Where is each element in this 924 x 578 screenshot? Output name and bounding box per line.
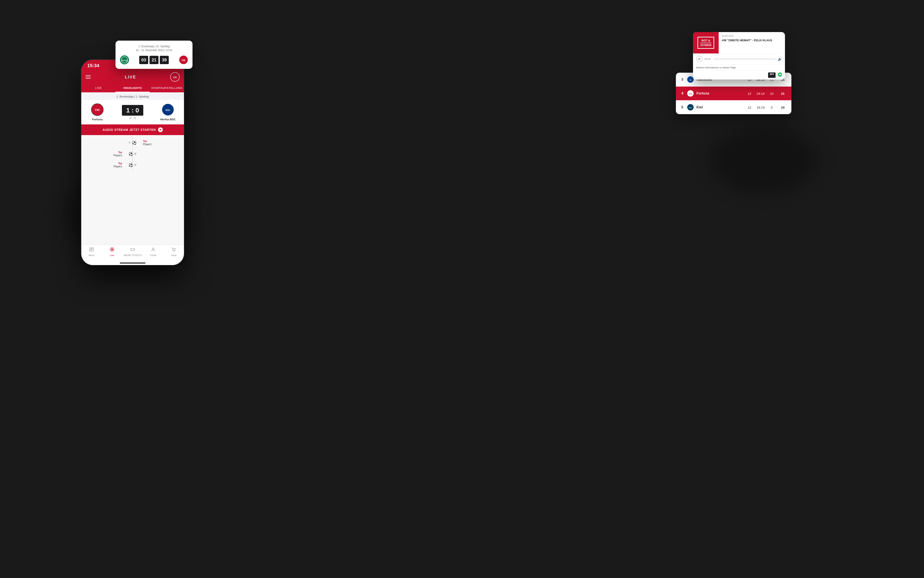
event-minute: 7' <box>129 141 131 144</box>
podcast-info: 25.08.2023 #38 "ZWEITE HEIMAT" - FELIX K… <box>719 32 785 54</box>
away-team-name: Hertha BSC <box>160 118 176 121</box>
news-icon <box>89 247 94 253</box>
standing-pos-3: 3 <box>680 78 685 81</box>
standing-played-kiel: 12 <box>745 106 754 109</box>
podcast-thumb-line2: SCHWEIB <box>700 43 711 46</box>
score-block: 1 : 0 (0 : 0) <box>122 105 143 120</box>
nav-portal[interactable]: Portal <box>143 247 163 257</box>
phone-device: 15:34 <box>81 60 184 265</box>
nav-live[interactable]: Live <box>102 247 122 257</box>
standing-pos-4: 4 <box>680 91 685 95</box>
home-team-name: Fortuna <box>92 118 102 121</box>
hannover-logo: 96 <box>687 76 694 83</box>
nav-news[interactable]: News <box>81 247 102 257</box>
score-ht: (0 : 0) <box>129 117 136 120</box>
countdown-league: 2. Bundesliga | 15. Spieltag <box>120 45 188 48</box>
goal-icon: ⚽ <box>129 163 133 167</box>
spotify-icon <box>778 73 782 78</box>
svg-text:F95: F95 <box>182 59 185 62</box>
standing-pos-5: 5 <box>680 106 685 109</box>
nav-portal-label: Portal <box>150 254 156 257</box>
nav-shop-label: Shop <box>171 254 176 257</box>
podcast-time: 00:00 <box>704 58 711 60</box>
svg-point-16 <box>152 248 154 250</box>
event-minute: 5' <box>135 164 137 167</box>
match-league: 2. Bundesliga | 1. Spieltag <box>81 93 184 100</box>
bottom-nav: News Live MEINE TICKET <box>81 245 184 261</box>
tab-live[interactable]: LIVE <box>81 84 116 93</box>
timeline-event: Tor Player1 ⚽ 5' <box>81 159 184 170</box>
standing-name-fortuna: Fortuna <box>696 91 743 95</box>
standing-diff-fortuna: 10 <box>768 92 776 95</box>
fortuna-logo-header: F95 <box>170 72 180 82</box>
away-team-logo: BSC <box>161 103 174 116</box>
home-team-block: F95 Fortuna <box>86 103 109 121</box>
mp3-badge: MP3 <box>768 73 776 78</box>
greuther-logo: SpVgg <box>120 55 129 65</box>
nav-news-label: News <box>89 254 94 257</box>
app-header: LIVE F95 <box>81 70 184 84</box>
podcast-play-button[interactable] <box>696 56 703 62</box>
svg-text:96: 96 <box>690 79 691 81</box>
svg-text:F95: F95 <box>689 93 692 95</box>
podcast-thumb-line1: ROT & <box>700 39 711 42</box>
status-time: 15:34 <box>87 63 99 68</box>
svg-text:SpVgg: SpVgg <box>122 59 128 61</box>
tab-startaufstellung[interactable]: STARTAUFSTELLUNG <box>150 84 184 93</box>
nav-tickets-label: MEINE TICKETS <box>124 254 142 257</box>
countdown-card: 2. Bundesliga | 15. Spieltag So., 12. No… <box>116 41 192 69</box>
standing-points-fortuna: 21 <box>779 92 787 95</box>
standing-diff-kiel: 0 <box>768 106 776 109</box>
volume-icon: 🔊 <box>778 57 782 61</box>
fortuna-logo-countdown: F95 <box>179 55 188 65</box>
goal-icon: ⚽ <box>129 151 133 156</box>
podcast-header: ROT & SCHWEIB 25.08.2023 #38 "ZWEITE HEI… <box>693 32 785 54</box>
countdown-numbers: 03 21 39 <box>139 56 169 64</box>
podcast-footer: MP3 <box>693 71 785 80</box>
countdown-seconds: 39 <box>160 56 169 64</box>
standing-goals-fortuna: 24:14 <box>756 92 765 95</box>
home-team-logo: F95 <box>91 103 104 116</box>
standing-points-kiel: 20 <box>779 106 787 109</box>
standings-row-fortuna: 4 F95 Fortuna 12 24:14 10 21 <box>676 86 791 101</box>
shop-icon <box>171 247 176 253</box>
podcast-player: 00:00 🔊 <box>693 54 785 64</box>
podcast-description: Weitere Informationen zu dieser Folge <box>693 64 785 71</box>
event-label: Tor <box>143 140 147 143</box>
audio-stream-button[interactable]: AUDIO STREAM JETZT STARTEN <box>81 124 184 135</box>
timeline-section: 7' ⚽ Tor Player1 Tor Player1 ⚽ 6' <box>81 135 184 245</box>
header-title: LIVE <box>125 75 136 80</box>
nav-shop[interactable]: Shop <box>163 247 184 257</box>
event-minute: 6' <box>135 153 137 156</box>
play-icon <box>158 127 163 132</box>
svg-text:KSV: KSV <box>689 107 692 109</box>
phone-screen: 15:34 <box>81 60 184 265</box>
countdown-minutes: 21 <box>150 56 158 64</box>
podcast-progress-bar[interactable] <box>714 58 776 59</box>
timeline-event: Tor Player1 ⚽ 6' <box>81 148 184 159</box>
podcast-date: 25.08.2023 <box>722 35 782 37</box>
svg-point-17 <box>173 251 174 252</box>
podcast-thumbnail: ROT & SCHWEIB <box>693 32 719 54</box>
live-icon <box>110 247 114 253</box>
standings-row-kiel: 5 KSV Kiel 12 19:19 0 20 <box>676 101 791 114</box>
nav-tickets[interactable]: MEINE TICKETS <box>122 247 143 257</box>
svg-text:F95: F95 <box>95 109 100 112</box>
podcast-card: ROT & SCHWEIB 25.08.2023 #38 "ZWEITE HEI… <box>693 32 785 80</box>
standing-played-fortuna: 12 <box>745 92 754 95</box>
hamburger-menu[interactable] <box>86 75 91 79</box>
top-tab-bar: LIVE HIGHLIGHTS STARTAUFSTELLUNG <box>81 84 184 93</box>
nav-live-label: Live <box>110 254 114 257</box>
countdown-hours: 03 <box>139 56 148 64</box>
ticket-icon <box>130 247 135 253</box>
standing-name-kiel: Kiel <box>696 106 743 109</box>
event-player: Player1 <box>114 154 122 157</box>
event-player: Player1 <box>114 165 122 168</box>
away-team-block: BSC Hertha BSC <box>156 103 180 121</box>
tab-highlights[interactable]: HIGHLIGHTS <box>116 84 150 93</box>
svg-point-13 <box>111 248 113 250</box>
score-section: F95 Fortuna 1 : 0 (0 : 0) BSC Hertha BSC <box>81 100 184 124</box>
countdown-date: So., 12. November 2023 | 13:30 <box>120 49 188 52</box>
podcast-title: #38 "ZWEITE HEIMAT" - FELIX KLAUS <box>722 39 782 42</box>
goal-icon: ⚽ <box>132 140 137 145</box>
